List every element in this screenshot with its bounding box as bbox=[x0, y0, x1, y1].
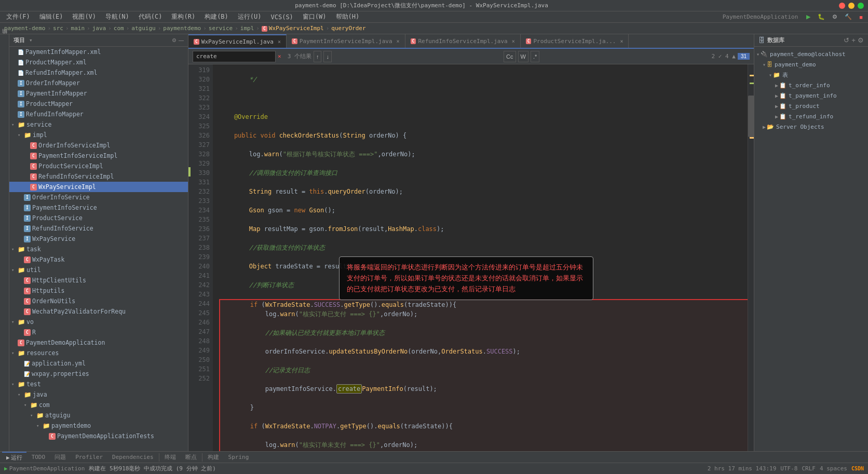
scrollbar-thumb[interactable] bbox=[748, 96, 754, 137]
tree-item-paymentdemo[interactable]: ▾📁paymentdemo bbox=[9, 421, 188, 431]
tree-item-refundinfomapper.xml[interactable]: 📄RefundInfoMapper.xml bbox=[9, 67, 188, 78]
tree-item-wxpayserviceimpl[interactable]: CWxPayServiceImpl bbox=[9, 182, 188, 192]
maximize-button[interactable] bbox=[858, 3, 864, 9]
db-refresh[interactable]: ↺ bbox=[844, 36, 849, 44]
tab-dependencies[interactable]: Dependencies bbox=[108, 453, 157, 462]
menu-refactor[interactable]: 重构(R) bbox=[167, 11, 199, 22]
tree-item-productmapper.xml[interactable]: 📄ProductMapper.xml bbox=[9, 57, 188, 67]
tree-item-orderinfoserviceimpl[interactable]: COrderInfoServiceImpl bbox=[9, 140, 188, 151]
tab-profiler[interactable]: Profiler bbox=[71, 453, 107, 462]
tab-close-icon2[interactable]: × bbox=[397, 38, 400, 44]
minimize-button[interactable] bbox=[848, 3, 855, 9]
tree-item-test[interactable]: ▾📁test bbox=[9, 379, 188, 389]
regex[interactable]: .* bbox=[531, 51, 539, 62]
menu-file[interactable]: 文件(F) bbox=[2, 11, 34, 22]
collapse-icon[interactable]: — bbox=[179, 37, 184, 43]
tree-item-application.yml[interactable]: 📝application.yml bbox=[9, 358, 188, 369]
tree-item-ordernoutils[interactable]: COrderNoUtils bbox=[9, 296, 188, 306]
tree-item-paymentinfoservice[interactable]: IPaymentInfoService bbox=[9, 202, 188, 213]
menu-vcs[interactable]: VCS(S) bbox=[267, 12, 297, 22]
tree-item-com[interactable]: ▾📁com bbox=[9, 400, 188, 410]
tree-item-paymentinfomapper.xml[interactable]: 📄PaymentInfoMapper.xml bbox=[9, 47, 188, 57]
tab-productserviceimpl[interactable]: C ProductServiceImpl.ja... × bbox=[521, 34, 629, 48]
find-down[interactable]: ↓ bbox=[323, 51, 332, 62]
debug-button[interactable]: 🐛 bbox=[815, 11, 828, 23]
tab-paymentinfoserviceimpl[interactable]: C PaymentInfoServiceImpl.java × bbox=[287, 34, 405, 48]
menu-run[interactable]: 运行(U) bbox=[234, 11, 266, 22]
tab-terminal[interactable]: 终端 bbox=[160, 452, 180, 462]
tree-item-httpclientutils[interactable]: CHttpClientUtils bbox=[9, 275, 188, 286]
breadcrumb-item[interactable]: main bbox=[71, 25, 85, 32]
tab-build[interactable]: 构建 bbox=[204, 452, 223, 462]
db-server-objects[interactable]: ▶ 📂 Server Objects bbox=[754, 121, 868, 132]
db-table-4[interactable]: ▶ 📋 t_refund_info bbox=[754, 111, 868, 121]
search-input[interactable] bbox=[193, 51, 276, 62]
tree-item-wxpaytask[interactable]: CWxPayTask bbox=[9, 254, 188, 265]
breadcrumb-item-service[interactable]: service bbox=[209, 25, 233, 32]
tab-spring[interactable]: Spring bbox=[224, 453, 253, 462]
breadcrumb-class[interactable]: CWxPayServiceImpl bbox=[262, 25, 324, 32]
find-up[interactable]: ↑ bbox=[314, 51, 322, 62]
tab-problems[interactable]: 问题 bbox=[50, 452, 70, 462]
scrollbar-track[interactable] bbox=[748, 64, 754, 451]
run-button[interactable]: ▶ bbox=[803, 11, 813, 23]
tree-item-refundinfomapper[interactable]: IRefundInfoMapper bbox=[9, 109, 188, 119]
tree-item-paymentdemoapplicationtests[interactable]: CPaymentDemoApplicationTests bbox=[9, 431, 188, 441]
menu-edit[interactable]: 编辑(E) bbox=[35, 11, 67, 22]
breadcrumb-method[interactable]: queryOrder bbox=[331, 25, 365, 32]
tree-item-impl[interactable]: ▾📁impl bbox=[9, 130, 188, 140]
tab-close-icon3[interactable]: × bbox=[512, 38, 515, 44]
breadcrumb-item[interactable]: impl bbox=[240, 25, 254, 32]
breadcrumb-item[interactable]: payment-demo bbox=[4, 25, 45, 32]
db-connection[interactable]: ▾ 🔌 payment_demo@localhost bbox=[754, 49, 868, 59]
tree-item-task[interactable]: ▾📁task bbox=[9, 244, 188, 254]
tree-item-paymentdemoapplication[interactable]: CPaymentDemoApplication bbox=[9, 337, 188, 348]
menu-build[interactable]: 构建(B) bbox=[200, 11, 233, 22]
stop-button[interactable]: ■ bbox=[856, 11, 866, 23]
tree-item-util[interactable]: ▾📁util bbox=[9, 265, 188, 275]
tab-breakpoints[interactable]: 断点 bbox=[181, 452, 201, 462]
find-replace-btn[interactable]: 31 bbox=[738, 53, 750, 60]
db-tables-folder[interactable]: ▾ 📁 表 bbox=[754, 70, 868, 80]
tab-wxpayserviceimpl[interactable]: C WxPayServiceImpl.java × bbox=[188, 34, 287, 48]
tree-item-productmapper[interactable]: IProductMapper bbox=[9, 99, 188, 109]
code-editor[interactable]: 3193203213223233243253263273283293303312… bbox=[188, 64, 754, 451]
tree-item-productserviceimpl[interactable]: CProductServiceImpl bbox=[9, 161, 188, 171]
match-word[interactable]: W bbox=[518, 51, 528, 62]
settings-icon[interactable]: ⚙ bbox=[172, 37, 177, 43]
tree-item-httputils[interactable]: CHttputils bbox=[9, 286, 188, 296]
db-table-2[interactable]: ▶ 📋 t_payment_info bbox=[754, 90, 868, 101]
db-database[interactable]: ▾ 🗄 payment_demo bbox=[754, 59, 868, 70]
breadcrumb-item[interactable]: paymentdemo bbox=[163, 25, 201, 32]
tree-item-vo[interactable]: ▾📁vo bbox=[9, 317, 188, 327]
menu-view[interactable]: 视图(V) bbox=[68, 11, 100, 22]
tree-item-refundinfoservice[interactable]: IRefundInfoService bbox=[9, 223, 188, 234]
tree-item-wxpayservice[interactable]: IWxPayService bbox=[9, 234, 188, 244]
tab-refundinfoserviceimpl[interactable]: C RefundInfoServiceImpl.java × bbox=[405, 34, 521, 48]
tree-item-refundinfoserviceimpl[interactable]: CRefundInfoServiceImpl bbox=[9, 171, 188, 182]
db-table-1[interactable]: ▶ 📋 t_order_info bbox=[754, 80, 868, 90]
menu-navigate[interactable]: 导航(N) bbox=[101, 11, 133, 22]
menu-window[interactable]: 窗口(W) bbox=[299, 11, 331, 22]
tree-item-orderinfomapper[interactable]: IOrderInfoMapper bbox=[9, 78, 188, 88]
tab-todo[interactable]: TODO bbox=[28, 453, 50, 462]
db-add[interactable]: + bbox=[851, 36, 856, 44]
tree-item-wxpay.properties[interactable]: 📝wxpay.properties bbox=[9, 369, 188, 379]
close-button[interactable] bbox=[839, 3, 845, 9]
tree-item-resources[interactable]: ▾📁resources bbox=[9, 348, 188, 358]
find-close[interactable]: × bbox=[278, 53, 281, 60]
db-table-3[interactable]: ▶ 📋 t_product bbox=[754, 101, 868, 111]
tab-close-icon4[interactable]: × bbox=[620, 38, 623, 44]
tree-item-orderinfoservice[interactable]: IOrderInfoService bbox=[9, 192, 188, 202]
tab-close-icon[interactable]: × bbox=[278, 39, 281, 45]
settings-button[interactable]: ⚙ bbox=[829, 11, 840, 23]
breadcrumb-item[interactable]: com bbox=[114, 25, 124, 32]
tree-item-wechatpay2validatorforrequ[interactable]: CWechatPay2ValidatorForRequ bbox=[9, 306, 188, 317]
tree-item-paymentinfomapper[interactable]: IPaymentInfoMapper bbox=[9, 88, 188, 99]
menu-code[interactable]: 代码(C) bbox=[134, 11, 167, 22]
build-button[interactable]: 🔨 bbox=[842, 11, 855, 23]
tree-item-java[interactable]: ▾📁java bbox=[9, 389, 188, 400]
breadcrumb-item[interactable]: src bbox=[53, 25, 63, 32]
breadcrumb-item[interactable]: atguigu bbox=[131, 25, 155, 32]
tree-item-productservice[interactable]: IProductService bbox=[9, 213, 188, 223]
